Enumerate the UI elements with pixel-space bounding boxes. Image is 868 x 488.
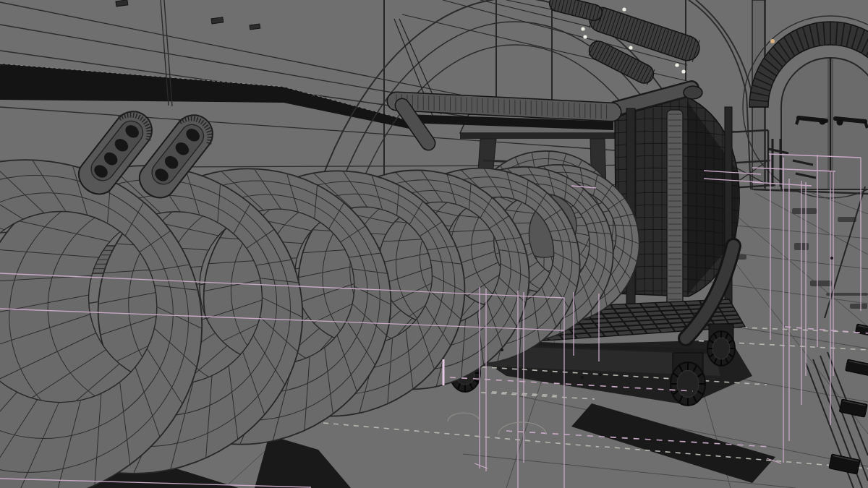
- vertex-dot: [581, 27, 584, 30]
- viewport-canvas: [0, 0, 868, 488]
- dark-dot: [599, 373, 602, 376]
- vertex-dot: [629, 46, 632, 49]
- vertex-dot: [681, 69, 685, 73]
- dark-dot: [830, 257, 833, 260]
- vertex-dot: [675, 63, 678, 67]
- light-dot: [770, 39, 775, 43]
- dark-dot: [501, 348, 503, 351]
- dark-dot: [581, 376, 584, 379]
- vertex-dot: [583, 35, 587, 38]
- vertex-dot: [622, 7, 626, 11]
- wireframe-viewport[interactable]: [0, 0, 868, 488]
